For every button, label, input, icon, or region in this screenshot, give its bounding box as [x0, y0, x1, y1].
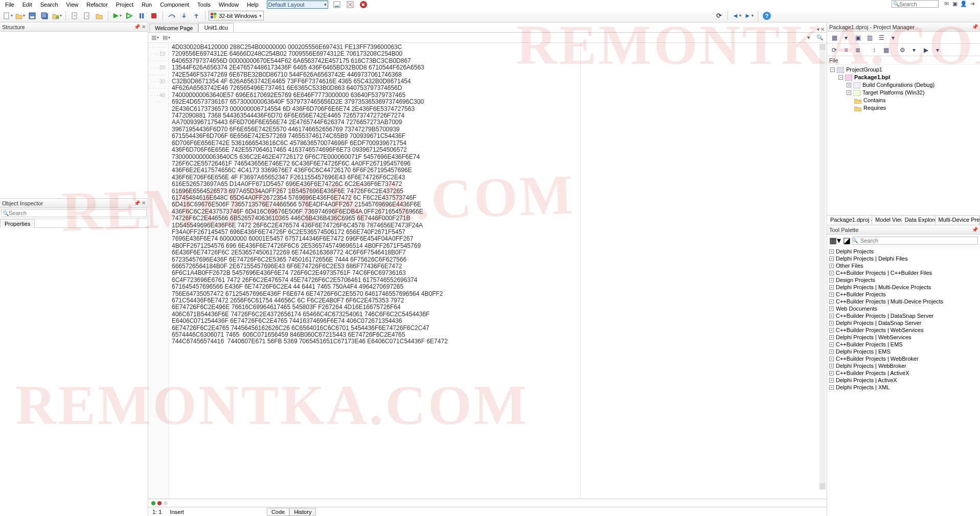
tab-welcome-page[interactable]: Welcome Page [149, 24, 198, 32]
horizontal-scrollbar[interactable] [148, 499, 827, 507]
save-layout-button[interactable] [332, 1, 341, 9]
expand-icon[interactable]: + [829, 256, 834, 261]
palette-category[interactable]: +C++Builder Projects [827, 291, 980, 298]
expand-icon[interactable]: + [829, 249, 834, 254]
close-icon[interactable]: ✕ [142, 200, 146, 206]
chevron-down-icon[interactable]: ▾ [888, 33, 898, 43]
palette-category[interactable]: +Other Files [827, 262, 980, 269]
tree-contains[interactable]: Contains [863, 97, 885, 104]
collapse-icon[interactable]: − [830, 67, 835, 72]
expand-icon[interactable]: + [829, 314, 834, 318]
palette-category[interactable]: +Delphi Projects | EMS [827, 348, 980, 355]
step-into-button[interactable] [178, 10, 190, 21]
help-button[interactable]: ? [761, 10, 772, 21]
pin-icon[interactable]: 📌 [134, 24, 140, 30]
pm-sort-icon[interactable]: ↕ [869, 45, 879, 55]
palette-category[interactable]: +Web Documents [827, 305, 980, 312]
palette-category[interactable]: +Delphi Projects | WebBroker [827, 362, 980, 369]
new-folder-button[interactable] [94, 10, 105, 21]
pin-icon[interactable]: 📌 [134, 200, 140, 206]
pin-icon[interactable]: 📌 [972, 227, 978, 232]
tree-target-platforms[interactable]: Target Platforms (Win32) [862, 89, 925, 97]
pm-build-icon[interactable]: ▶ [921, 45, 931, 55]
nav-back-button[interactable]: ◄ [731, 10, 742, 21]
palette-categories-icon[interactable]: ▦▾ [829, 236, 841, 245]
expand-icon[interactable]: + [829, 278, 834, 283]
step-out-button[interactable] [191, 10, 202, 21]
pm-remove-icon[interactable]: ▥ [864, 33, 875, 43]
run-button[interactable] [111, 10, 123, 21]
add-file-button[interactable]: + [69, 10, 80, 21]
chevron-down-icon[interactable]: ▾ [909, 45, 919, 55]
platform-selector[interactable]: 32-bit Windows ▾ [209, 11, 264, 20]
tree-build-config[interactable]: Build Configurations (Debug) [862, 81, 935, 89]
code-editor[interactable]: · · · · · · · · · 10 · · · · · · · · · 2… [148, 43, 827, 499]
stop-button[interactable] [148, 10, 159, 21]
refresh-button[interactable]: ⟳ [713, 10, 724, 21]
chevron-down-icon[interactable]: ▾ [841, 33, 851, 43]
menu-file[interactable]: File [2, 1, 17, 8]
menu-edit[interactable]: Edit [19, 1, 35, 8]
tab-dropdown-icon[interactable]: ▾ [817, 27, 819, 32]
pm-expand-icon[interactable]: ≡ [841, 45, 851, 55]
menu-window[interactable]: Window [216, 1, 242, 8]
tab-history[interactable]: History [289, 508, 316, 516]
vertical-scrollbar[interactable] [819, 44, 826, 489]
pin-icon[interactable]: 📌 [972, 24, 978, 30]
palette-category[interactable]: +Delphi Projects | Multi-Device Projects [827, 284, 980, 291]
layout-selector[interactable]: Default Layout ▾ [267, 1, 328, 9]
expand-icon[interactable]: + [847, 83, 851, 87]
pm-view-icon[interactable]: ☰ [876, 33, 886, 43]
stop-icon[interactable]: ✖ [360, 1, 367, 8]
save-all-button[interactable] [39, 10, 50, 21]
mail-icon[interactable]: ✉ [943, 1, 950, 8]
save-button[interactable] [27, 10, 38, 21]
menu-refactor[interactable]: Refactor [83, 1, 111, 8]
expand-icon[interactable]: + [829, 385, 834, 390]
find-toggle-icon[interactable]: 🔍 [815, 34, 825, 42]
view-dropdown[interactable]: ▾ [804, 34, 813, 42]
menu-help[interactable]: Help [244, 1, 262, 8]
pm-sync-icon[interactable]: ⟳ [829, 45, 839, 55]
nav-forward-button[interactable]: ► [743, 10, 755, 21]
pm-collapse-icon[interactable]: ≣ [853, 45, 863, 55]
expand-icon[interactable]: + [829, 285, 834, 290]
tool-palette-search[interactable] [853, 237, 978, 245]
expand-icon[interactable]: + [829, 328, 834, 333]
expand-icon[interactable]: + [829, 264, 834, 268]
pm-group-icon[interactable]: ▦ [881, 45, 891, 55]
user-icon[interactable]: 👤 [960, 1, 967, 8]
menu-search[interactable]: Search [37, 1, 61, 8]
tree-project-group[interactable]: ProjectGroup1 [846, 66, 882, 74]
expand-icon[interactable]: + [829, 378, 834, 383]
tab-data-explorer[interactable]: Data Explorer [902, 216, 936, 225]
menu-project[interactable]: Project [113, 1, 136, 8]
open-project-button[interactable] [51, 10, 62, 21]
object-inspector-search[interactable] [1, 209, 147, 217]
palette-category[interactable]: +C++Builder Projects | WebServices [827, 326, 980, 334]
tab-unit1-dcu[interactable]: Unit1.dcu [198, 23, 233, 32]
window-icon[interactable]: ▣ [951, 1, 959, 8]
palette-category[interactable]: +C++Builder Projects | WebBroker [827, 355, 980, 362]
remove-file-button[interactable]: − [81, 10, 93, 21]
collapse-icon[interactable]: − [838, 75, 843, 80]
palette-category[interactable]: +Delphi Projects | ActiveX [827, 377, 980, 384]
view-selector-2[interactable]: ▤ [162, 34, 171, 42]
tree-requires[interactable]: Requires [863, 104, 886, 112]
palette-category[interactable]: +Delphi Projects | XML [827, 384, 980, 391]
close-icon[interactable]: ✕ [142, 24, 146, 30]
tree-package[interactable]: Package1.bpl [854, 74, 890, 81]
palette-category[interactable]: +C++Builder Projects | C++Builder Files [827, 269, 980, 276]
palette-category[interactable]: +Delphi Projects | WebServices [827, 334, 980, 341]
expand-icon[interactable]: + [829, 349, 834, 354]
expand-icon[interactable]: + [829, 271, 834, 275]
expand-icon[interactable]: + [829, 292, 834, 297]
menu-run[interactable]: Run [139, 1, 155, 8]
expand-icon[interactable]: + [847, 90, 851, 95]
tab-multi-device[interactable]: Multi-Device Prev... [936, 216, 980, 225]
palette-category[interactable]: +C++Builder Projects | DataSnap Server [827, 312, 980, 319]
palette-category[interactable]: +Delphi Projects | Delphi Files [827, 255, 980, 262]
expand-icon[interactable]: + [829, 357, 834, 361]
view-selector-1[interactable]: ▥ [150, 34, 159, 42]
palette-category[interactable]: +C++Builder Projects | Multi-Device Proj… [827, 298, 980, 305]
